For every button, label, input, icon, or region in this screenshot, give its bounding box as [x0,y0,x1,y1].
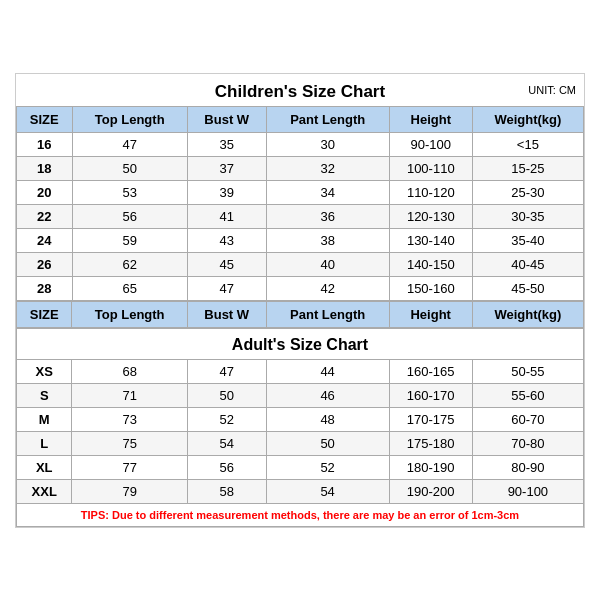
table-cell: 40-45 [472,252,583,276]
table-row: 28654742150-16045-50 [17,276,584,300]
table-cell: 44 [266,359,389,383]
table-cell: 18 [17,156,73,180]
table-cell: 35-40 [472,228,583,252]
table-cell: 59 [72,228,187,252]
table-cell: XS [17,359,72,383]
adult-table-header: SIZE Top Length Bust W Pant Length Heigh… [17,301,584,328]
table-cell: 26 [17,252,73,276]
table-cell: 54 [187,431,266,455]
col-header-pant-length: Pant Length [266,106,389,132]
table-row: L755450175-18070-80 [17,431,584,455]
table-cell: 40 [266,252,389,276]
table-cell: 30 [266,132,389,156]
table-cell: 53 [72,180,187,204]
table-cell: 90-100 [389,132,472,156]
table-cell: 180-190 [389,455,472,479]
table-cell: 52 [187,407,266,431]
adult-size-table: Adult's Size Chart SIZE Top Length Bust … [16,301,584,527]
table-cell: XXL [17,479,72,503]
table-cell: 35 [187,132,266,156]
table-cell: 45-50 [472,276,583,300]
tips-row: TIPS: Due to different measurement metho… [17,503,584,526]
table-row: 1647353090-100<15 [17,132,584,156]
col-header-size: SIZE [17,106,73,132]
table-cell: 58 [187,479,266,503]
size-chart-container: Children's Size Chart UNIT: CM SIZE Top … [15,73,585,528]
table-cell: 36 [266,204,389,228]
table-cell: 34 [266,180,389,204]
table-cell: 79 [72,479,187,503]
table-cell: 16 [17,132,73,156]
table-cell: 110-120 [389,180,472,204]
table-row: S715046160-17055-60 [17,383,584,407]
col-header-top-length: Top Length [72,106,187,132]
table-cell: 20 [17,180,73,204]
table-cell: 71 [72,383,187,407]
table-cell: 47 [187,276,266,300]
table-cell: 140-150 [389,252,472,276]
table-cell: 25-30 [472,180,583,204]
table-cell: M [17,407,72,431]
table-cell: 120-130 [389,204,472,228]
table-cell: 70-80 [472,431,583,455]
table-cell: 52 [266,455,389,479]
table-row: 22564136120-13030-35 [17,204,584,228]
children-title-text: Children's Size Chart [215,82,385,101]
table-cell: 28 [17,276,73,300]
table-cell: 50 [266,431,389,455]
table-cell: 150-160 [389,276,472,300]
table-row: XXL795854190-20090-100 [17,479,584,503]
table-cell: 60-70 [472,407,583,431]
table-cell: 39 [187,180,266,204]
adult-col-header-height: Height [389,301,472,328]
table-row: 20533934110-12025-30 [17,180,584,204]
table-cell: 130-140 [389,228,472,252]
table-cell: 48 [266,407,389,431]
table-row: M735248170-17560-70 [17,407,584,431]
table-cell: 160-165 [389,359,472,383]
table-cell: 43 [187,228,266,252]
adult-col-header-size: SIZE [17,301,72,328]
table-cell: 160-170 [389,383,472,407]
table-cell: 75 [72,431,187,455]
table-cell: XL [17,455,72,479]
table-cell: 90-100 [472,479,583,503]
table-cell: 100-110 [389,156,472,180]
table-cell: 42 [266,276,389,300]
table-cell: 32 [266,156,389,180]
table-cell: 190-200 [389,479,472,503]
table-cell: 56 [187,455,266,479]
table-cell: 22 [17,204,73,228]
table-cell: 38 [266,228,389,252]
table-cell: 80-90 [472,455,583,479]
table-cell: 55-60 [472,383,583,407]
col-header-height: Height [389,106,472,132]
table-row: 26624540140-15040-45 [17,252,584,276]
table-cell: 73 [72,407,187,431]
table-cell: 46 [266,383,389,407]
table-row: XS684744160-16550-55 [17,359,584,383]
adult-chart-title: Adult's Size Chart [17,328,584,360]
table-cell: <15 [472,132,583,156]
table-cell: 45 [187,252,266,276]
table-cell: 50 [72,156,187,180]
table-cell: 65 [72,276,187,300]
children-table-header: SIZE Top Length Bust W Pant Length Heigh… [17,106,584,132]
adult-col-header-pant-length: Pant Length [266,301,389,328]
table-cell: 47 [187,359,266,383]
table-row: XL775652180-19080-90 [17,455,584,479]
table-cell: 62 [72,252,187,276]
adult-col-header-top-length: Top Length [72,301,187,328]
adult-col-header-weight: Weight(kg) [472,301,583,328]
table-cell: 37 [187,156,266,180]
unit-label: UNIT: CM [528,84,576,96]
table-cell: S [17,383,72,407]
col-header-weight: Weight(kg) [472,106,583,132]
table-cell: 41 [187,204,266,228]
table-cell: 170-175 [389,407,472,431]
adult-section-title-row: Adult's Size Chart [17,328,584,360]
table-cell: 15-25 [472,156,583,180]
table-cell: 56 [72,204,187,228]
table-cell: 77 [72,455,187,479]
table-cell: 68 [72,359,187,383]
